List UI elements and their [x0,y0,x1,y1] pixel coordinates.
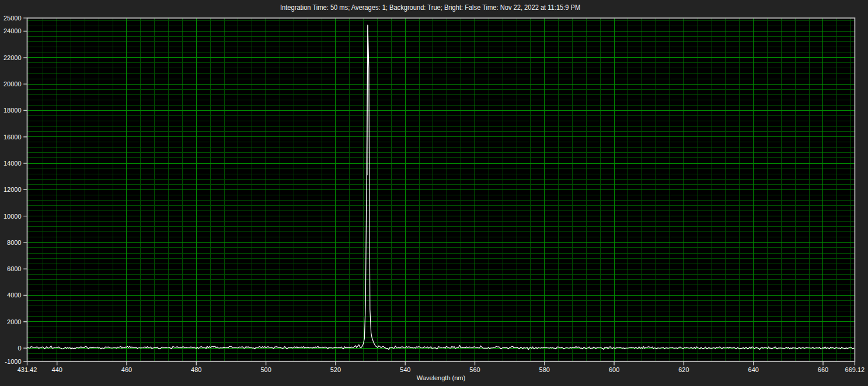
svg-text:560: 560 [469,366,480,373]
svg-text:22000: 22000 [4,54,22,61]
svg-text:660: 660 [818,366,828,373]
svg-text:Wavelength (nm): Wavelength (nm) [417,374,465,381]
svg-text:14000: 14000 [4,160,22,167]
svg-text:-1000: -1000 [5,358,21,365]
svg-text:10000: 10000 [4,213,22,220]
svg-text:500: 500 [260,366,271,373]
svg-text:440: 440 [52,366,62,373]
svg-text:669.12: 669.12 [845,366,865,373]
svg-text:520: 520 [330,366,341,373]
svg-text:540: 540 [400,366,410,373]
svg-text:4000: 4000 [7,292,21,299]
svg-text:620: 620 [678,366,689,373]
svg-text:20000: 20000 [4,80,22,87]
svg-text:431.42: 431.42 [18,366,37,373]
svg-text:640: 640 [748,366,759,373]
svg-text:2000: 2000 [7,318,21,325]
svg-text:600: 600 [609,366,619,373]
svg-text:24000: 24000 [4,27,22,34]
svg-text:Integration Time: 50 ms; Avera: Integration Time: 50 ms; Averages: 1; Ba… [280,3,580,12]
svg-text:18000: 18000 [4,107,22,114]
svg-text:12000: 12000 [4,186,22,193]
svg-text:16000: 16000 [4,134,22,141]
svg-text:0: 0 [18,345,21,352]
svg-text:8000: 8000 [7,239,21,246]
svg-text:580: 580 [539,366,550,373]
svg-text:460: 460 [121,366,132,373]
svg-text:6000: 6000 [7,265,21,272]
svg-text:480: 480 [191,366,201,373]
svg-text:25000: 25000 [4,15,22,22]
